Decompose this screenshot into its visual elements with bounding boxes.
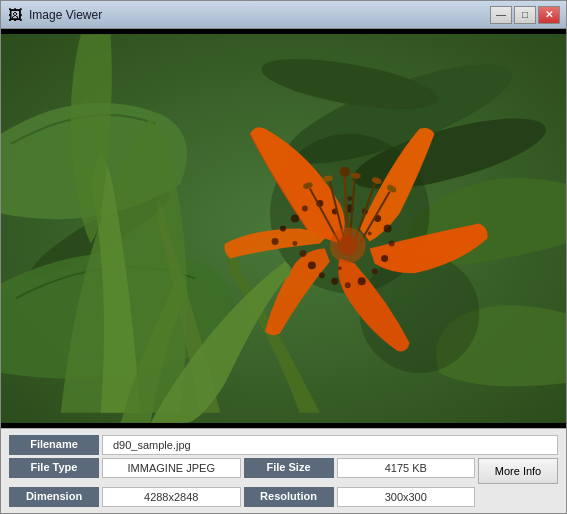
maximize-button[interactable]: □	[514, 6, 536, 24]
svg-point-42	[340, 167, 350, 177]
dimension-value: 4288x2848	[102, 487, 241, 507]
filename-value: d90_sample.jpg	[102, 435, 558, 455]
svg-point-9	[280, 226, 286, 232]
filename-label: Filename	[9, 435, 99, 455]
svg-point-30	[338, 266, 342, 270]
svg-point-22	[345, 282, 351, 288]
title-bar-left: 🖼 Image Viewer	[7, 7, 102, 23]
window-icon: 🖼	[7, 7, 23, 23]
svg-point-24	[319, 272, 325, 278]
image-display-area	[1, 29, 566, 428]
svg-point-10	[272, 238, 279, 245]
close-button[interactable]: ✕	[538, 6, 560, 24]
svg-point-26	[299, 250, 306, 257]
window-title: Image Viewer	[29, 8, 102, 22]
svg-point-27	[292, 241, 297, 246]
svg-point-21	[358, 277, 366, 285]
svg-point-19	[381, 255, 388, 262]
more-info-button[interactable]: More Info	[478, 458, 558, 484]
svg-point-29	[368, 231, 372, 235]
resolution-value: 300x300	[337, 487, 476, 507]
svg-point-23	[331, 278, 338, 285]
main-window: 🖼 Image Viewer — □ ✕	[0, 0, 567, 514]
resolution-label: Resolution	[244, 487, 334, 507]
filetype-value: IMMAGINE JPEG	[102, 458, 241, 478]
info-panel: Filename d90_sample.jpg File Type IMMAGI…	[1, 428, 566, 513]
title-bar: 🖼 Image Viewer — □ ✕	[1, 1, 566, 29]
minimize-button[interactable]: —	[490, 6, 512, 24]
title-buttons: — □ ✕	[490, 6, 560, 24]
filename-row: Filename d90_sample.jpg	[9, 435, 558, 455]
svg-point-28	[347, 196, 352, 201]
filesize-label: File Size	[244, 458, 334, 478]
filesize-value: 4175 KB	[337, 458, 476, 478]
svg-point-17	[384, 225, 392, 233]
svg-point-8	[291, 215, 299, 223]
flower-image	[1, 29, 566, 428]
svg-point-18	[389, 240, 395, 246]
svg-point-11	[302, 206, 308, 212]
dimension-label: Dimension	[9, 487, 99, 507]
svg-point-44	[338, 235, 358, 255]
svg-point-20	[372, 268, 378, 274]
svg-point-25	[308, 261, 316, 269]
filetype-label: File Type	[9, 458, 99, 478]
